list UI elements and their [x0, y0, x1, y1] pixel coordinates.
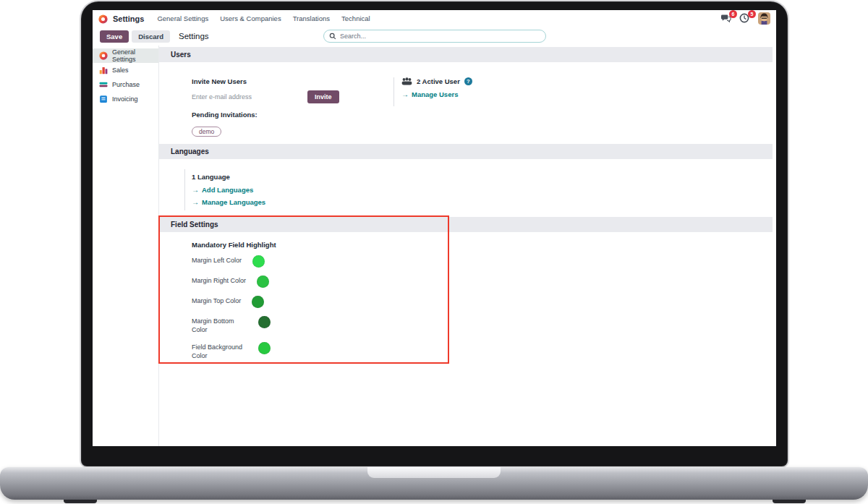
languages-section: 1 Language → Add Languages → Manage Lang… — [184, 169, 265, 210]
invite-users-box: Invite New Users Invite Pending Invitati… — [192, 77, 362, 137]
add-languages-link[interactable]: → Add Languages — [192, 184, 265, 195]
users-section: Invite New Users Invite Pending Invitati… — [192, 77, 472, 137]
sidebar-item-label: Invoicing — [112, 95, 138, 103]
active-users-box: 2 Active User ? → Manage Users — [393, 77, 472, 106]
navbar-left: Settings General SettingsUsers & Compani… — [98, 14, 370, 23]
navbar-right: 6 5 — [720, 12, 770, 25]
color-swatch[interactable] — [258, 316, 271, 328]
field-color-row: Margin Right Color — [192, 277, 276, 288]
field-color-label: Margin Top Color — [192, 297, 241, 306]
email-field[interactable] — [192, 93, 307, 101]
sales-icon — [99, 66, 108, 74]
messages-button[interactable]: 6 — [720, 13, 732, 24]
sidebar-item-label: Sales — [112, 67, 129, 74]
arrow-icon: → — [401, 90, 409, 98]
odoo-icon — [99, 51, 108, 60]
search-icon — [329, 33, 336, 40]
color-swatch[interactable] — [258, 342, 271, 354]
mandatory-field-highlight-title: Mandatory Field Highlight — [192, 241, 276, 249]
language-count: 1 Language — [192, 171, 265, 183]
odoo-logo-icon[interactable] — [98, 14, 108, 23]
color-swatch[interactable] — [257, 276, 269, 288]
manage-languages-link[interactable]: → Manage Languages — [192, 197, 265, 208]
sidebar-item-label: Purchase — [112, 81, 140, 88]
field-color-row: Margin Left Color — [192, 257, 276, 268]
menu-item-general-settings[interactable]: General Settings — [157, 14, 208, 22]
pending-invitation-tag[interactable]: demo — [192, 127, 221, 137]
arrow-icon: → — [192, 186, 199, 194]
invite-button[interactable]: Invite — [307, 90, 339, 103]
discard-button[interactable]: Discard — [132, 30, 170, 43]
laptop-lid-notch — [367, 467, 501, 478]
laptop-base — [0, 467, 868, 500]
settings-sidebar: General SettingsSalesPurchaseInvoicing — [93, 46, 159, 446]
field-color-label: Margin Bottom Color — [192, 317, 247, 334]
search-input[interactable] — [340, 33, 540, 40]
field-color-row: Margin Bottom Color — [192, 317, 276, 334]
field-color-label: Margin Left Color — [192, 257, 242, 265]
field-color-row: Field Background Color — [192, 343, 276, 360]
arrow-icon: → — [192, 198, 199, 206]
field-color-rows: Margin Left ColorMargin Right ColorMargi… — [192, 257, 276, 360]
menu-item-users-companies[interactable]: Users & Companies — [220, 14, 281, 22]
purchase-icon — [99, 80, 108, 89]
field-color-label: Field Background Color — [192, 343, 247, 360]
invite-input-row: Invite — [192, 90, 362, 103]
field-color-label: Margin Right Color — [192, 277, 246, 286]
field-settings-section: Mandatory Field Highlight Margin Left Co… — [192, 241, 276, 370]
active-user-count: 2 Active User — [417, 77, 460, 85]
app-body: General SettingsSalesPurchaseInvoicing U… — [93, 46, 776, 446]
menu-item-technical[interactable]: Technical — [341, 14, 370, 22]
avatar[interactable] — [758, 12, 770, 25]
color-swatch[interactable] — [252, 296, 264, 308]
active-users-row: 2 Active User ? — [401, 77, 472, 85]
sidebar-item-general-settings[interactable]: General Settings — [93, 48, 158, 63]
pending-tags: demo — [192, 124, 362, 137]
activities-button[interactable]: 5 — [739, 13, 751, 24]
menu-item-translations[interactable]: Translations — [293, 14, 330, 22]
laptop-screen-bezel: Settings General SettingsUsers & Compani… — [81, 1, 788, 466]
sidebar-item-invoicing[interactable]: Invoicing — [93, 92, 158, 106]
field-color-row: Margin Top Color — [192, 297, 276, 308]
invite-title: Invite New Users — [192, 77, 362, 85]
section-header-languages: Languages — [159, 144, 773, 159]
invoicing-icon — [99, 95, 108, 103]
manage-users-link[interactable]: → Manage Users — [401, 90, 472, 98]
sidebar-item-purchase[interactable]: Purchase — [93, 77, 158, 92]
laptop-mockup: Settings General SettingsUsers & Compani… — [0, 0, 868, 504]
sidebar-item-label: General Settings — [112, 48, 158, 63]
control-panel: Save Discard Settings — [93, 27, 776, 46]
search-box[interactable] — [323, 30, 546, 43]
messages-badge: 6 — [729, 10, 737, 18]
top-navbar: Settings General SettingsUsers & Compani… — [93, 10, 776, 27]
pending-invitations-label: Pending Invitations: — [192, 111, 362, 119]
breadcrumb[interactable]: Settings — [179, 32, 209, 40]
section-header-field-settings: Field Settings — [159, 217, 773, 232]
color-swatch[interactable] — [252, 255, 265, 268]
settings-main: Users Invite New Users Invite Pending In… — [159, 46, 776, 446]
activities-badge: 5 — [748, 10, 756, 18]
save-button[interactable]: Save — [100, 30, 129, 43]
section-header-users: Users — [159, 47, 773, 62]
users-group-icon — [401, 77, 412, 85]
help-icon[interactable]: ? — [464, 77, 472, 85]
app-window: Settings General SettingsUsers & Compani… — [93, 10, 776, 446]
navbar-menu: General SettingsUsers & CompaniesTransla… — [157, 14, 370, 22]
sidebar-item-sales[interactable]: Sales — [93, 63, 158, 77]
app-name[interactable]: Settings — [113, 14, 144, 23]
